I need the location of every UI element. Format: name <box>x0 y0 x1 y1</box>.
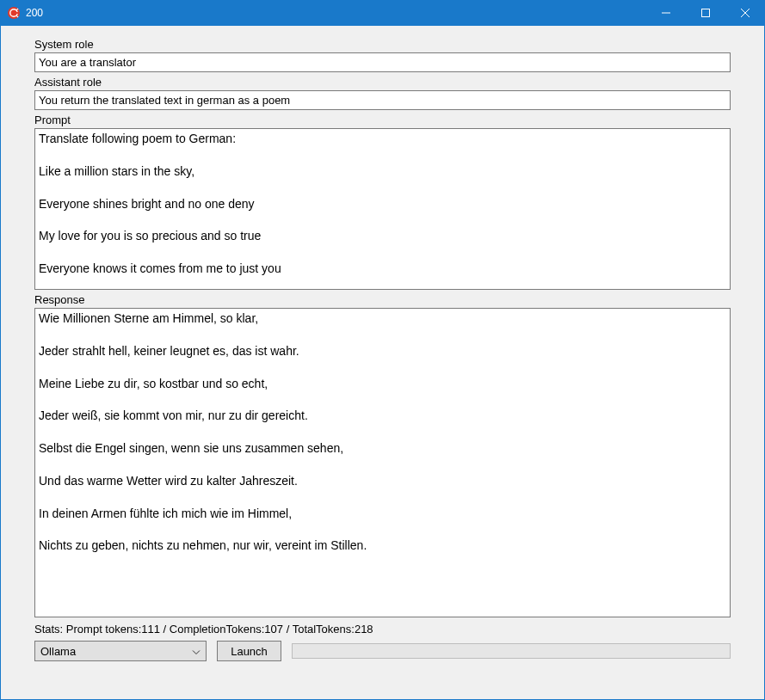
close-button[interactable] <box>725 0 765 26</box>
bottom-row: Ollama Launch <box>34 641 731 661</box>
minimize-icon <box>662 9 670 17</box>
stats-text: Stats: Prompt tokens:111 / CompletionTok… <box>34 623 731 636</box>
titlebar[interactable]: 200 <box>0 0 765 26</box>
provider-select[interactable]: Ollama <box>34 641 207 661</box>
content-area: System role Assistant role Prompt Respon… <box>0 26 765 700</box>
app-window: 200 System role Assistant role Prompt Re… <box>0 0 765 700</box>
progress-bar <box>292 643 731 659</box>
system-role-input[interactable] <box>34 52 731 72</box>
app-icon <box>7 6 21 20</box>
response-label: Response <box>34 293 731 306</box>
minimize-button[interactable] <box>646 0 686 26</box>
svg-rect-2 <box>15 12 19 14</box>
assistant-role-label: Assistant role <box>34 76 731 89</box>
prompt-label: Prompt <box>34 114 731 126</box>
response-textarea[interactable] <box>34 308 731 617</box>
window-title: 200 <box>26 0 43 26</box>
close-icon <box>741 9 750 17</box>
assistant-role-input[interactable] <box>34 90 731 110</box>
provider-selected-label: Ollama <box>40 645 76 658</box>
maximize-icon <box>701 9 710 17</box>
system-role-label: System role <box>34 38 731 51</box>
svg-rect-6 <box>702 9 710 17</box>
prompt-textarea[interactable] <box>34 128 731 290</box>
maximize-button[interactable] <box>686 0 725 26</box>
launch-button[interactable]: Launch <box>217 641 281 661</box>
chevron-down-icon <box>192 645 201 658</box>
